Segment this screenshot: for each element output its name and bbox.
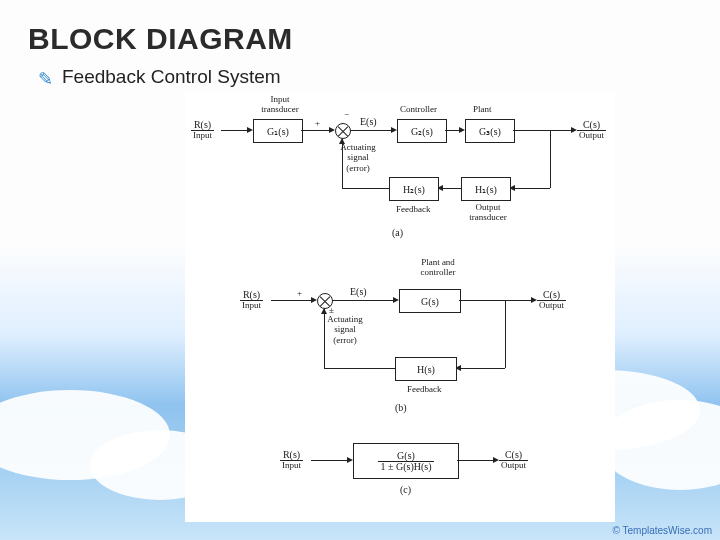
label-output-transducer: Outputtransducer (463, 202, 513, 223)
page-title: BLOCK DIAGRAM (28, 22, 293, 56)
plus-sign-b: + (297, 288, 302, 298)
label-Cc-sub: Output (499, 461, 528, 470)
summing-junction-a (335, 123, 351, 139)
label-Ca-sub: Output (577, 131, 606, 140)
block-gb: G(s) (399, 289, 461, 313)
block-g1: G₁(s) (253, 119, 303, 143)
label-Ea: E(s) (360, 116, 377, 128)
label-controller: Controller (400, 104, 437, 114)
label-Rb-sub: Input (240, 301, 263, 310)
tf-num: G(s) (378, 451, 433, 462)
diagram-panel: Inputtransducer Controller Plant R(s)Inp… (185, 92, 615, 522)
tf-den: 1 ± G(s)H(s) (378, 462, 433, 472)
label-c: (c) (400, 484, 411, 496)
subtitle: Feedback Control System (62, 66, 281, 88)
block-h2: H₂(s) (389, 177, 439, 201)
block-tf: G(s)1 ± G(s)H(s) (353, 443, 459, 479)
label-a: (a) (392, 227, 403, 239)
block-hb: H(s) (395, 357, 457, 381)
label-b: (b) (395, 402, 407, 414)
label-Cb-sub: Output (537, 301, 566, 310)
plus-sign-a: + (315, 118, 320, 128)
block-g2: G₂(s) (397, 119, 447, 143)
label-Ra-sub: Input (191, 131, 214, 140)
label-feedback-a: Feedback (396, 204, 430, 214)
block-g3: G₃(s) (465, 119, 515, 143)
block-h1: H₁(s) (461, 177, 511, 201)
label-input-transducer: Inputtransducer (255, 94, 305, 115)
label-feedback-b: Feedback (407, 384, 441, 394)
label-Eb: E(s) (350, 286, 367, 298)
label-plant-controller: Plant andcontroller (410, 257, 466, 278)
minus-sign-a: − (344, 109, 349, 119)
label-plant: Plant (473, 104, 492, 114)
credit-text: © TemplatesWise.com (613, 525, 712, 536)
label-actuating-a: Actuatingsignal(error) (333, 142, 383, 173)
bullet-icon: ✎ (38, 68, 53, 90)
label-actuating-b: Actuatingsignal(error) (320, 314, 370, 345)
label-Rc-sub: Input (280, 461, 303, 470)
